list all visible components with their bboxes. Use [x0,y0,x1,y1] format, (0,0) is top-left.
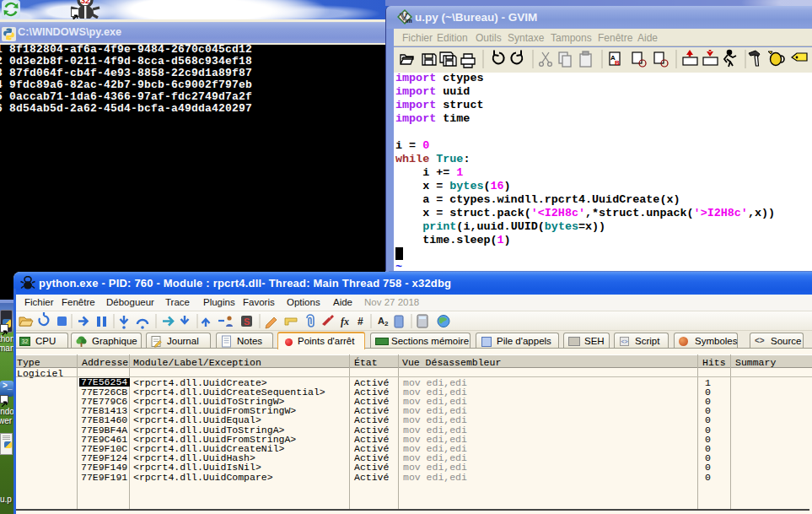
svg-text:S: S [244,317,250,327]
svg-text:A: A [378,316,384,326]
svg-text:fx: fx [341,316,349,327]
svg-text:32: 32 [81,0,90,5]
svg-text:B: B [615,59,620,67]
svg-text:im: im [406,18,412,24]
svg-text:#: # [358,316,363,327]
svg-text:2: 2 [384,320,389,327]
